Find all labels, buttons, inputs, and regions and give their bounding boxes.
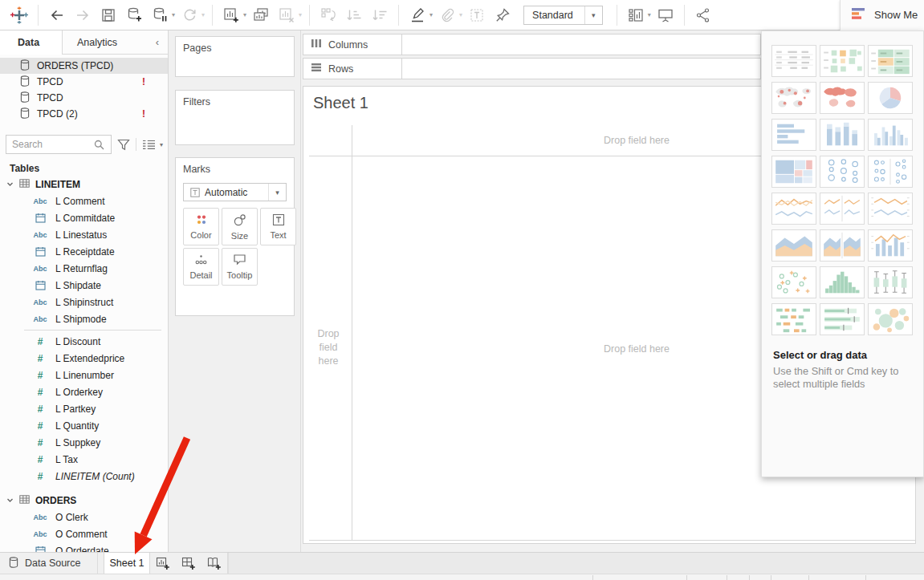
sort-descending-icon[interactable] [369,4,390,26]
group-members-icon[interactable] [437,4,458,26]
showme-pie-chart-thumbnail[interactable] [868,82,913,114]
undo-icon[interactable] [47,4,67,26]
show-hide-cards-icon[interactable] [625,4,646,26]
filters-shelf[interactable]: Filters [175,90,295,145]
tab-data-source[interactable]: Data Source [0,553,98,574]
save-icon[interactable] [98,4,119,26]
showme-symbol-map-thumbnail[interactable] [771,82,816,114]
showme-area-continuous-thumbnail[interactable] [771,229,816,262]
show-mark-labels-icon[interactable] [466,4,487,26]
field-l-partkey[interactable]: #L Partkey [0,400,168,417]
showme-stacked-bars-thumbnail[interactable] [820,119,865,151]
redo-icon[interactable] [72,4,93,26]
marks-color-button[interactable]: Color [183,208,219,245]
fit-selector[interactable]: Standard ▾ [523,6,603,25]
new-data-source-icon[interactable] [124,4,145,26]
field-o-orderdate[interactable]: O Orderdate [0,542,168,552]
field-l-shipinstruct[interactable]: AbcL Shipinstruct [0,294,168,310]
field-l-shipdate[interactable]: L Shipdate [0,277,168,294]
showme-heat-map-thumbnail[interactable] [820,45,865,77]
showme-gantt-thumbnail[interactable] [771,303,816,335]
mark-type-dropdown[interactable]: Automatic ▾ [183,183,287,201]
showme-circle-views-thumbnail[interactable] [820,156,865,188]
showme-treemap-thumbnail[interactable] [771,156,816,188]
collapse-pane-icon[interactable]: ‹ [147,30,168,54]
mark-type-caret-icon[interactable]: ▾ [268,184,286,201]
filter-fields-icon[interactable] [116,139,132,151]
field-l-discount[interactable]: #L Discount [0,333,168,350]
field-l-commitdate[interactable]: L Commitdate [0,209,168,226]
tab-data[interactable]: Data [0,30,63,55]
new-worksheet-button[interactable] [150,556,176,571]
showme-lines-continuous-thumbnail[interactable] [771,193,816,225]
showme-packed-bubbles-thumbnail[interactable] [868,303,913,335]
showme-text-table-thumbnail[interactable] [771,45,816,77]
showme-dual-lines-thumbnail[interactable] [868,193,913,225]
tab-analytics[interactable]: Analytics [63,30,147,54]
presentation-mode-icon[interactable] [655,4,676,26]
clear-sheet-icon-caret[interactable]: ▾ [299,11,302,18]
showme-box-and-whisker-thumbnail[interactable] [868,266,913,298]
showme-side-by-side-bars-thumbnail[interactable] [868,119,913,151]
table-group-orders[interactable]: ORDERS [0,492,168,509]
field-l-receiptdate[interactable]: L Receiptdate [0,243,168,260]
tab-sheet-1[interactable]: Sheet 1 [104,553,150,574]
showme-dual-combination-thumbnail[interactable] [868,229,913,262]
show-me-button[interactable]: Show Me [840,0,924,30]
drop-zone-columns[interactable]: Drop field here [592,135,681,146]
view-options-caret-icon[interactable]: ▾ [160,141,163,148]
field-l-linenumber[interactable]: #L Linenumber [0,367,168,383]
field-l-suppkey[interactable]: #L Suppkey [0,434,168,451]
data-source-item-1[interactable]: TPCD! [0,74,168,90]
highlight-icon-caret[interactable]: ▾ [429,11,433,18]
showme-lines-discrete-thumbnail[interactable] [820,193,865,225]
showme-scatter-plot-thumbnail[interactable] [771,266,816,298]
sheet-tabs-scroll-area[interactable] [228,553,924,574]
field-l-extendedprice[interactable]: #L Extendedprice [0,350,168,367]
new-story-button[interactable] [201,556,227,571]
highlight-icon[interactable] [407,4,428,26]
field-l-tax[interactable]: #L Tax [0,451,168,468]
fit-selector-caret-icon[interactable]: ▾ [584,6,602,24]
duplicate-sheet-icon[interactable] [250,4,271,26]
pause-auto-updates-icon[interactable] [149,4,170,26]
data-source-item-3[interactable]: TPCD (2)! [0,106,168,122]
new-dashboard-button[interactable] [176,556,201,571]
rows-shelf-droparea[interactable] [402,58,761,79]
new-worksheet-icon-caret[interactable]: ▾ [243,11,246,18]
showme-side-by-side-circles-thumbnail[interactable] [868,156,913,188]
run-auto-updates-icon[interactable] [179,4,200,26]
pause-auto-updates-icon-caret[interactable]: ▾ [172,11,175,18]
data-source-item-0[interactable]: ORDERS (TPCD) [0,58,168,74]
search-input[interactable] [12,139,92,150]
field-l-comment[interactable]: AbcL Comment [0,193,168,209]
sort-ascending-icon[interactable] [344,4,364,26]
chevron-down-icon[interactable] [6,495,14,506]
view-options-icon[interactable] [140,140,157,150]
clear-sheet-icon[interactable] [276,4,297,26]
marks-text-button[interactable]: Text [260,208,296,245]
field-o-comment[interactable]: AbcO Comment [0,525,168,542]
show-hide-cards-icon-caret[interactable]: ▾ [648,11,651,18]
marks-tooltip-button[interactable]: Tooltip [222,248,258,286]
new-worksheet-icon[interactable] [221,4,242,26]
table-group-lineitem[interactable]: LINEITEM [0,176,168,193]
field-lineitem-count[interactable]: #LINEITEM (Count) [0,468,168,485]
field-l-linestatus[interactable]: AbcL Linestatus [0,226,168,243]
field-l-orderkey[interactable]: #L Orderkey [0,383,168,400]
showme-area-discrete-thumbnail[interactable] [820,229,865,262]
marks-size-button[interactable]: Size [222,208,258,245]
field-o-clerk[interactable]: AbcO Clerk [0,509,168,525]
search-box[interactable] [6,135,112,154]
group-members-icon-caret[interactable]: ▾ [459,11,462,18]
drop-zone-rows[interactable]: Drop field here [310,327,347,368]
showme-horizontal-bars-thumbnail[interactable] [771,119,816,151]
showme-bullet-graph-thumbnail[interactable] [820,303,865,335]
run-auto-updates-icon-caret[interactable]: ▾ [201,11,205,18]
showme-filled-map-thumbnail[interactable] [820,82,865,114]
columns-shelf-droparea[interactable] [402,34,761,55]
pages-shelf[interactable]: Pages [175,36,295,77]
field-l-shipmode[interactable]: AbcL Shipmode [0,310,168,327]
drop-zone-center[interactable]: Drop field here [592,343,681,355]
data-source-item-2[interactable]: TPCD [0,90,168,106]
